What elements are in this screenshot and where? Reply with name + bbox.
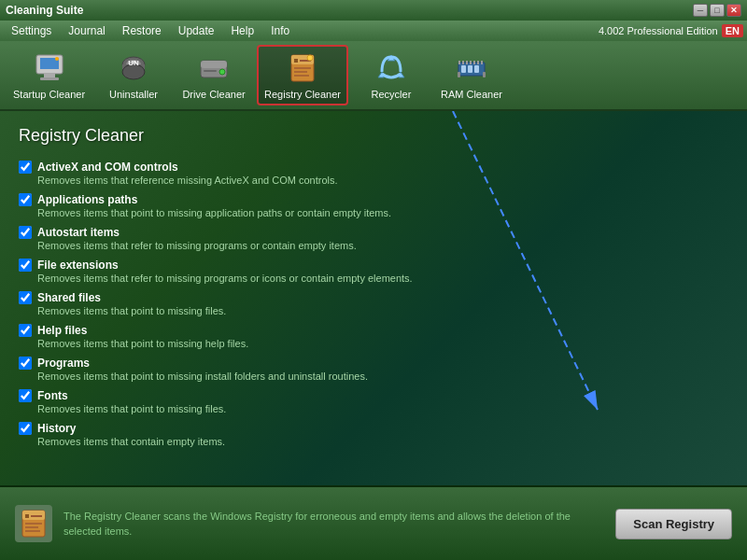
svg-point-13 <box>219 69 225 75</box>
option-desc-helpfiles: Removes items that point to missing help… <box>37 338 728 349</box>
option-desc-apppaths: Removes items that point to missing appl… <box>37 207 728 218</box>
svg-rect-44 <box>25 526 38 528</box>
version-text: 4.002 Professional Edition <box>599 25 718 36</box>
svg-rect-35 <box>477 61 479 64</box>
svg-rect-36 <box>481 61 483 64</box>
option-label-history: History <box>37 422 76 435</box>
svg-rect-2 <box>44 74 55 77</box>
svg-rect-29 <box>483 72 486 77</box>
restore-button[interactable]: □ <box>710 4 725 17</box>
main-content: Registry Cleaner ActiveX and COM control… <box>0 111 747 485</box>
option-item-autostart: Autostart itemsRemoves items that refer … <box>19 226 728 251</box>
title-bar: Cleaning Suite ─ □ ✕ <box>0 0 747 21</box>
ram-icon <box>455 51 488 85</box>
toolbar-startup[interactable]: Startup Cleaner <box>7 45 91 105</box>
option-row-fileext: File extensions <box>19 259 728 272</box>
bottom-bar: The Registry Cleaner scans the Windows R… <box>0 485 747 560</box>
option-checkbox-fonts[interactable] <box>19 389 32 402</box>
option-item-fileext: File extensionsRemoves items that refer … <box>19 259 728 284</box>
svg-rect-33 <box>470 61 472 64</box>
option-label-helpfiles: Help files <box>37 324 87 337</box>
svg-rect-21 <box>294 71 307 73</box>
registry-label: Registry Cleaner <box>264 89 341 100</box>
option-row-helpfiles: Help files <box>19 324 728 337</box>
menu-info[interactable]: Info <box>263 22 297 39</box>
option-item-fonts: FontsRemoves items that point to missing… <box>19 389 728 414</box>
option-checkbox-history[interactable] <box>19 422 32 435</box>
startup-label: Startup Cleaner <box>13 89 85 100</box>
svg-rect-14 <box>204 70 217 72</box>
svg-text:UN: UN <box>128 59 139 67</box>
option-item-activex: ActiveX and COM controlsRemoves items th… <box>19 161 728 186</box>
svg-rect-30 <box>458 61 460 64</box>
toolbar-ram[interactable]: RAM Cleaner <box>434 45 509 105</box>
option-desc-programs: Removes items that point to missing inst… <box>37 371 728 382</box>
svg-point-4 <box>55 57 59 61</box>
option-item-apppaths: Applications pathsRemoves items that poi… <box>19 193 728 218</box>
svg-rect-3 <box>40 77 59 80</box>
uninstaller-icon: UN <box>117 51 150 85</box>
svg-rect-26 <box>468 65 472 73</box>
startup-icon <box>33 51 66 85</box>
option-checkbox-programs[interactable] <box>19 357 32 370</box>
option-desc-autostart: Removes items that refer to missing prog… <box>37 240 728 251</box>
option-item-programs: ProgramsRemoves items that point to miss… <box>19 357 728 382</box>
recycler-label: Recycler <box>372 89 412 100</box>
toolbar-uninstaller[interactable]: UN Uninstaller <box>96 45 171 105</box>
option-checkbox-helpfiles[interactable] <box>19 324 32 337</box>
drive-label: Drive Cleaner <box>182 89 245 100</box>
svg-rect-27 <box>474 65 479 73</box>
uninstaller-label: Uninstaller <box>109 89 158 100</box>
option-desc-activex: Removes items that reference missing Act… <box>37 175 728 186</box>
menu-help[interactable]: Help <box>223 22 261 39</box>
menu-items: Settings Journal Restore Update Help Inf… <box>4 22 297 39</box>
option-label-sharedfiles: Shared files <box>37 291 101 304</box>
option-checkbox-fileext[interactable] <box>19 259 32 272</box>
toolbar-recycler[interactable]: Recycler <box>354 45 429 105</box>
option-label-apppaths: Applications paths <box>37 193 137 206</box>
option-checkbox-sharedfiles[interactable] <box>19 291 32 304</box>
drive-icon <box>197 51 231 85</box>
svg-rect-25 <box>461 65 466 73</box>
toolbar-drive[interactable]: Drive Cleaner <box>176 45 251 105</box>
option-label-activex: ActiveX and COM controls <box>37 161 178 174</box>
language-badge: EN <box>722 24 743 37</box>
minimize-button[interactable]: ─ <box>693 4 708 17</box>
svg-rect-41 <box>25 514 29 518</box>
option-checkbox-autostart[interactable] <box>19 226 32 239</box>
svg-rect-43 <box>25 523 42 525</box>
bottom-icon <box>15 505 52 542</box>
option-row-activex: ActiveX and COM controls <box>19 161 728 174</box>
menu-journal[interactable]: Journal <box>61 22 112 39</box>
menu-restore[interactable]: Restore <box>115 22 169 39</box>
svg-point-23 <box>307 55 313 61</box>
option-desc-sharedfiles: Removes items that point to missing file… <box>37 305 728 316</box>
menu-settings[interactable]: Settings <box>4 22 59 39</box>
version-info: 4.002 Professional Edition EN <box>599 24 743 37</box>
page-title: Registry Cleaner <box>19 126 728 146</box>
scan-registry-button[interactable]: Scan Registry <box>615 509 732 539</box>
option-row-sharedfiles: Shared files <box>19 291 728 304</box>
recycler-icon <box>374 51 408 85</box>
svg-rect-34 <box>473 61 475 64</box>
registry-icon <box>286 51 319 85</box>
svg-rect-45 <box>25 530 40 532</box>
option-checkbox-activex[interactable] <box>19 161 32 174</box>
svg-rect-12 <box>201 61 227 68</box>
option-label-fonts: Fonts <box>37 389 68 402</box>
toolbar: Startup Cleaner UN Uninstaller <box>0 41 747 111</box>
close-button[interactable]: ✕ <box>726 4 741 17</box>
option-row-apppaths: Applications paths <box>19 193 728 206</box>
options-list: ActiveX and COM controlsRemoves items th… <box>19 161 728 447</box>
option-row-autostart: Autostart items <box>19 226 728 239</box>
option-row-programs: Programs <box>19 357 728 370</box>
toolbar-registry[interactable]: Registry Cleaner <box>257 45 348 105</box>
menu-update[interactable]: Update <box>171 22 222 39</box>
option-row-fonts: Fonts <box>19 389 728 402</box>
option-label-fileext: File extensions <box>37 259 119 272</box>
option-desc-fonts: Removes items that point to missing file… <box>37 403 728 414</box>
option-desc-history: Removes items that contain empty items. <box>37 436 728 447</box>
option-checkbox-apppaths[interactable] <box>19 193 32 206</box>
ram-label: RAM Cleaner <box>441 89 502 100</box>
app-title: Cleaning Suite <box>6 4 83 17</box>
